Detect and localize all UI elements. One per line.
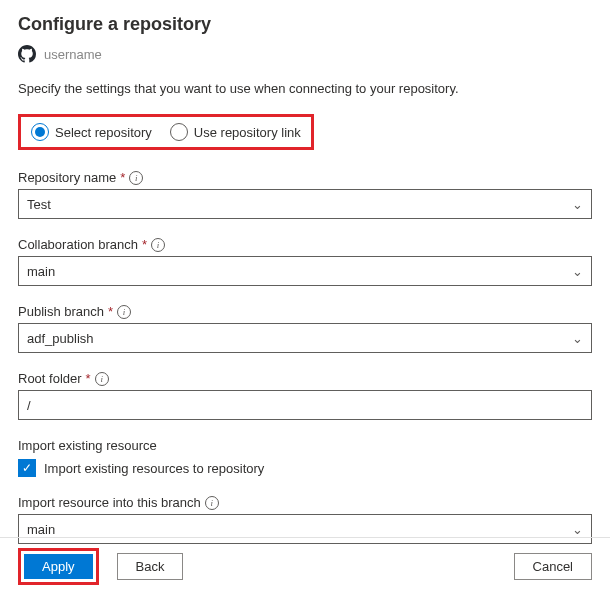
collaboration-branch-select[interactable]: main ⌄ (18, 256, 592, 286)
field-label-text: Collaboration branch (18, 237, 138, 252)
required-marker: * (142, 237, 147, 252)
field-label-text: Publish branch (18, 304, 104, 319)
import-existing-header: Import existing resource (18, 438, 592, 453)
page-title: Configure a repository (18, 14, 592, 35)
apply-highlight: Apply (18, 548, 99, 585)
select-value: main (27, 264, 55, 279)
repository-name-select[interactable]: Test ⌄ (18, 189, 592, 219)
publish-branch-select[interactable]: adf_publish ⌄ (18, 323, 592, 353)
chevron-down-icon: ⌄ (572, 522, 583, 537)
owner-row: username (18, 45, 592, 63)
info-icon[interactable]: i (205, 496, 219, 510)
import-existing-checkbox[interactable]: ✓ (18, 459, 36, 477)
github-icon (18, 45, 36, 63)
root-folder-input[interactable]: / (18, 390, 592, 420)
checkmark-icon: ✓ (22, 461, 32, 475)
field-label-text: Root folder (18, 371, 82, 386)
checkbox-label: Import existing resources to repository (44, 461, 264, 476)
input-value: / (27, 398, 31, 413)
radio-icon (170, 123, 188, 141)
chevron-down-icon: ⌄ (572, 264, 583, 279)
owner-name: username (44, 47, 102, 62)
info-icon[interactable]: i (151, 238, 165, 252)
apply-button[interactable]: Apply (24, 554, 93, 579)
field-root-folder: Root folder * i / (18, 371, 592, 420)
radio-select-repository[interactable]: Select repository (31, 123, 152, 141)
select-value: Test (27, 197, 51, 212)
field-import-existing: Import existing resource ✓ Import existi… (18, 438, 592, 477)
chevron-down-icon: ⌄ (572, 197, 583, 212)
select-value: main (27, 522, 55, 537)
chevron-down-icon: ⌄ (572, 331, 583, 346)
radio-use-repository-link[interactable]: Use repository link (170, 123, 301, 141)
info-icon[interactable]: i (117, 305, 131, 319)
info-icon[interactable]: i (95, 372, 109, 386)
radio-label: Use repository link (194, 125, 301, 140)
field-label-text: Import resource into this branch (18, 495, 201, 510)
required-marker: * (108, 304, 113, 319)
radio-icon (31, 123, 49, 141)
field-collaboration-branch: Collaboration branch * i main ⌄ (18, 237, 592, 286)
description-text: Specify the settings that you want to us… (18, 81, 592, 96)
field-label-text: Repository name (18, 170, 116, 185)
footer-bar: Apply Back Cancel (0, 537, 610, 599)
field-publish-branch: Publish branch * i adf_publish ⌄ (18, 304, 592, 353)
back-button[interactable]: Back (117, 553, 184, 580)
mode-selector-highlight: Select repository Use repository link (18, 114, 314, 150)
select-value: adf_publish (27, 331, 94, 346)
field-repository-name: Repository name * i Test ⌄ (18, 170, 592, 219)
required-marker: * (86, 371, 91, 386)
radio-label: Select repository (55, 125, 152, 140)
cancel-button[interactable]: Cancel (514, 553, 592, 580)
info-icon[interactable]: i (129, 171, 143, 185)
required-marker: * (120, 170, 125, 185)
